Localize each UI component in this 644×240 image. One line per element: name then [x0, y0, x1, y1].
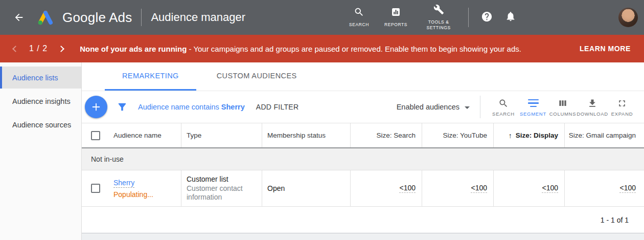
sidebar-item-audience-insights[interactable]: Audience insights: [0, 90, 81, 112]
column-header-size-display[interactable]: ↑Size: Display: [494, 123, 565, 147]
download-icon: [587, 98, 597, 109]
audience-name-link[interactable]: Sherry: [113, 179, 134, 188]
table-toolbar: Audience name contains Sherry ADD FILTER…: [82, 91, 644, 123]
search-icon: [498, 98, 509, 109]
search-icon: [354, 7, 364, 19]
banner-message-rest: - Your campaigns and ad groups are pause…: [187, 45, 521, 53]
filter-text: Audience name contains: [138, 103, 221, 111]
content: REMARKETING CUSTOM AUDIENCES Audience na…: [82, 62, 644, 240]
banner-message: None of your ads are running - Your camp…: [80, 45, 521, 53]
tab-remarketing[interactable]: REMARKETING: [105, 62, 196, 91]
google-ads-logo-icon: [35, 8, 56, 27]
column-header-membership-status[interactable]: Membership status: [262, 123, 351, 147]
topbar-tools-settings-button[interactable]: TOOLS & SETTINGS: [415, 4, 462, 31]
banner-pager: 1 / 2: [29, 44, 48, 53]
column-header-type[interactable]: Type: [181, 123, 262, 147]
audience-name-cell: Sherry Populating...: [108, 170, 181, 206]
google-ads-logo[interactable]: Google Ads: [35, 8, 132, 27]
toolbar-divider: [480, 96, 480, 118]
page-title: Audience manager: [151, 11, 245, 24]
table-header: Audience name Type Membership status Siz…: [82, 123, 644, 148]
columns-icon: [558, 98, 568, 109]
user-avatar[interactable]: [618, 8, 638, 27]
table-group-row: Not in-use: [82, 148, 644, 170]
column-header-size-youtube[interactable]: Size: YouTube: [422, 123, 494, 147]
help-icon: [481, 11, 493, 25]
size-display-cell: <100: [494, 170, 565, 206]
wrench-icon: [433, 4, 444, 17]
topbar-divider: [468, 8, 469, 27]
topbar-reports-button[interactable]: REPORTS: [377, 7, 415, 28]
pagination-range: 1 - 1 of 1: [601, 216, 629, 224]
size-search-cell: <100: [351, 170, 422, 206]
main-area: Audience lists Audience insights Audienc…: [0, 62, 644, 240]
download-label: DOWNLOAD: [577, 111, 608, 117]
segment-label: SEGMENT: [520, 111, 546, 117]
reports-icon: [390, 7, 401, 19]
expand-label: EXPAND: [611, 111, 633, 117]
sidebar-item-audience-lists[interactable]: Audience lists: [0, 67, 81, 89]
audience-status-dropdown[interactable]: Enabled audiences: [397, 103, 470, 111]
tab-bar: REMARKETING CUSTOM AUDIENCES: [82, 62, 644, 91]
banner-message-bold: None of your ads are running: [80, 45, 187, 53]
columns-label: COLUMNS: [549, 111, 576, 117]
columns-button[interactable]: COLUMNS: [548, 98, 578, 117]
table-search-label: SEARCH: [492, 111, 515, 117]
sort-ascending-icon: ↑: [509, 132, 512, 140]
column-header-audience-name[interactable]: Audience name: [108, 123, 181, 147]
toolbar-right: Enabled audiences SEARCH: [397, 96, 637, 118]
type-value: Customer list: [187, 175, 228, 183]
download-button[interactable]: DOWNLOAD: [578, 98, 607, 117]
active-filter-chip[interactable]: Audience name contains Sherry: [138, 103, 245, 111]
select-all-cell: [82, 123, 108, 147]
size-youtube-cell: <100: [422, 170, 494, 206]
filter-icon[interactable]: [117, 101, 128, 113]
segment-button[interactable]: SEGMENT: [518, 98, 548, 117]
topbar-search-button[interactable]: SEARCH: [341, 7, 377, 28]
notification-banner: 1 / 2 None of your ads are running - You…: [0, 35, 644, 62]
top-app-bar: Google Ads Audience manager SEARCH REPOR…: [0, 0, 644, 35]
banner-next-icon[interactable]: [58, 46, 64, 52]
add-audience-button[interactable]: [85, 96, 107, 118]
expand-icon: [617, 98, 627, 109]
row-select-cell: [82, 170, 108, 206]
row-checkbox[interactable]: [91, 184, 100, 193]
size-gmail-cell: <100: [565, 170, 644, 206]
column-header-size-search[interactable]: Size: Search: [351, 123, 422, 147]
populating-status: Populating...: [113, 190, 153, 199]
plus-icon: [90, 101, 102, 113]
table-footer: 1 - 1 of 1: [82, 207, 644, 233]
tab-custom-audiences[interactable]: CUSTOM AUDIENCES: [199, 62, 314, 91]
type-cell: Customer list Customer contact informati…: [181, 170, 262, 206]
help-button[interactable]: [481, 11, 493, 25]
expand-button[interactable]: EXPAND: [607, 98, 637, 117]
type-detail: Customer contact information: [187, 184, 257, 202]
sidebar-item-audience-sources[interactable]: Audience sources: [0, 114, 81, 136]
filter-value: Sherry: [221, 103, 245, 111]
bell-icon: [505, 11, 516, 24]
topbar-tools-settings-label: TOOLS & SETTINGS: [423, 19, 454, 31]
back-arrow-icon[interactable]: [10, 9, 28, 26]
audience-status-dropdown-value: Enabled audiences: [397, 103, 459, 111]
topbar-search-label: SEARCH: [349, 22, 369, 28]
notifications-button[interactable]: [505, 11, 516, 24]
topbar-actions: SEARCH REPORTS TOOLS & SETTINGS: [341, 4, 522, 31]
sidebar: Audience lists Audience insights Audienc…: [0, 62, 82, 240]
table-row: Sherry Populating... Customer list Custo…: [82, 170, 644, 207]
column-header-size-gmail[interactable]: Size: Gmail campaign: [565, 123, 644, 147]
page-background: [82, 233, 644, 240]
membership-status-cell: Open: [262, 170, 351, 206]
select-all-checkbox[interactable]: [91, 131, 100, 140]
table-search-button[interactable]: SEARCH: [489, 98, 518, 117]
chevron-down-icon: [465, 106, 470, 109]
brand-name: Google Ads: [62, 10, 132, 26]
title-divider: [141, 9, 142, 26]
add-filter-button[interactable]: ADD FILTER: [256, 103, 299, 111]
segment-icon: [528, 98, 539, 109]
topbar-reports-label: REPORTS: [384, 22, 407, 28]
content-card: REMARKETING CUSTOM AUDIENCES Audience na…: [82, 62, 644, 233]
learn-more-button[interactable]: LEARN MORE: [580, 45, 631, 53]
banner-prev-icon[interactable]: [12, 46, 19, 52]
